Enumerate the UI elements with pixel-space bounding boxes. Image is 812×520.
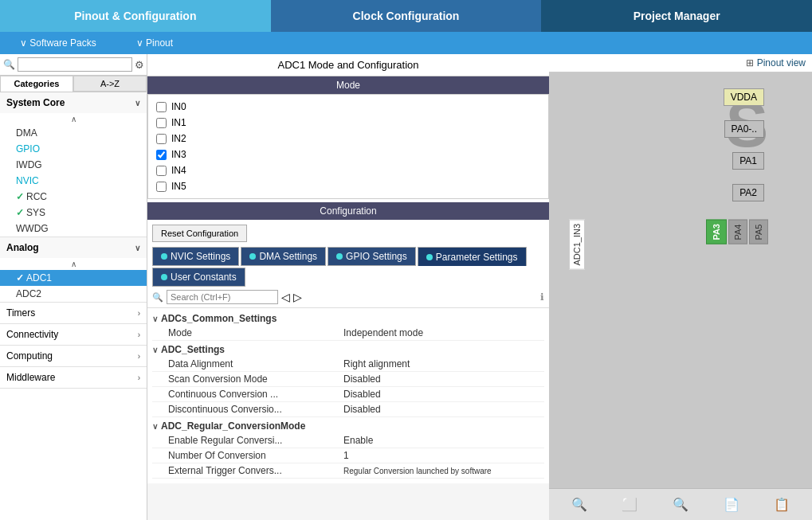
fit-button[interactable]: ⬜	[615, 494, 644, 515]
param-name-ext-trigger: External Trigger Convers...	[168, 465, 343, 476]
param-search-row: 🔍 ◁ ▷ ℹ	[147, 287, 549, 308]
section-connectivity-header[interactable]: Connectivity ›	[0, 324, 147, 345]
sidebar-item-wwdg[interactable]: WWDG	[0, 221, 147, 237]
info-icon[interactable]: ℹ	[540, 291, 544, 303]
param-name-data-alignment: Data Alignment	[168, 358, 343, 369]
reset-config-button[interactable]: Reset Configuration	[152, 225, 247, 242]
sidebar-item-rcc[interactable]: ✓ RCC	[0, 189, 147, 205]
sidebar-item-sys[interactable]: ✓ SYS	[0, 205, 147, 221]
section-analog-label: Analog	[6, 242, 39, 253]
mode-item-in2: IN2	[156, 131, 540, 147]
up-arrow-analog-icon: ∧	[71, 260, 76, 268]
section-computing-header[interactable]: Computing ›	[0, 346, 147, 366]
tab-clock-config[interactable]: Clock Configuration	[271, 0, 542, 32]
export-button[interactable]: 📄	[717, 494, 746, 515]
pin-pa4: PA4	[728, 220, 747, 244]
section-middleware-header[interactable]: Middleware ›	[0, 367, 147, 388]
checkbox-in5[interactable]	[156, 182, 167, 192]
sidebar-item-gpio[interactable]: GPIO	[0, 141, 147, 157]
dot-param	[426, 254, 433, 260]
sidebar-item-adc1[interactable]: ✓ ADC1	[0, 270, 147, 286]
label-in5: IN5	[171, 181, 186, 192]
analog-collapse[interactable]: ∧	[0, 258, 147, 270]
section-timers: Timers ›	[0, 303, 147, 324]
tab-dma-settings[interactable]: DMA Settings	[241, 247, 326, 266]
param-name-num-conversion: Number Of Conversion	[168, 450, 343, 461]
label-in2: IN2	[171, 133, 186, 144]
param-name-continuous: Continuous Conversion ...	[168, 389, 343, 400]
sidebar-item-nvic[interactable]: NVIC	[0, 173, 147, 189]
tab-project-manager[interactable]: Project Manager	[541, 0, 812, 32]
check-icon-rcc: ✓	[16, 191, 24, 202]
tab-categories[interactable]: Categories	[0, 76, 73, 92]
next-icon[interactable]: ▷	[293, 291, 302, 303]
param-group-adcs-header[interactable]: ∨ ADCs_Common_Settings	[152, 311, 544, 326]
section-analog-header[interactable]: Analog ∨	[0, 237, 147, 258]
arrow-timers-icon: ›	[138, 309, 140, 318]
checkbox-in2[interactable]	[156, 134, 167, 144]
tab-parameter-settings[interactable]: Parameter Settings	[418, 247, 527, 266]
param-name-discontinuous: Discontinuous Conversio...	[168, 404, 343, 415]
label-in3: IN3	[171, 149, 186, 160]
param-group-adc-label: ADC_Settings	[161, 344, 225, 355]
gear-icon[interactable]: ⚙	[135, 59, 144, 71]
tab-pinout-config[interactable]: Pinout & Configuration	[0, 0, 271, 32]
dot-user	[161, 274, 167, 280]
adc1-in3-label: ADC1_IN3	[569, 220, 585, 270]
param-search-input[interactable]	[167, 290, 278, 304]
second-row: ∨ Software Packs ∨ Pinout	[0, 32, 812, 54]
param-group-adc-header[interactable]: ∨ ADC_Settings	[152, 342, 544, 357]
search-input[interactable]	[18, 57, 132, 72]
pinout-link[interactable]: ∨ Pinout	[124, 37, 185, 49]
zoom-out-button[interactable]: 🔍	[666, 494, 695, 515]
pinout-view-bar: ⊞ Pinout view	[549, 54, 812, 72]
param-value-ext-trigger: Regular Conversion launched by software	[343, 467, 492, 475]
param-row-ext-trigger: External Trigger Convers... Regular Conv…	[152, 463, 544, 479]
sidebar-item-adc2[interactable]: ADC2	[0, 286, 147, 302]
param-value-data-alignment: Right alignment	[343, 358, 410, 369]
tab-nvic-settings[interactable]: NVIC Settings	[152, 247, 239, 266]
pinout-view-label[interactable]: Pinout view	[757, 57, 806, 68]
section-timers-header[interactable]: Timers ›	[0, 303, 147, 323]
chevron-analog-icon: ∨	[135, 244, 140, 252]
tab-param-label: Parameter Settings	[436, 252, 518, 263]
bottom-toolbar: 🔍 ⬜ 🔍 📄 📋	[549, 488, 812, 520]
checkbox-in1[interactable]	[156, 118, 167, 128]
mode-header: Mode	[147, 76, 549, 94]
software-packs-link[interactable]: ∨ Software Packs	[8, 37, 108, 49]
system-core-collapse[interactable]: ∧	[0, 113, 147, 125]
section-system-core-header[interactable]: System Core ∨	[0, 92, 147, 113]
zoom-in-button[interactable]: 🔍	[565, 494, 594, 515]
vertical-pins-row: PA3 PA4 PA5	[706, 220, 768, 244]
section-middleware: Middleware ›	[0, 367, 147, 389]
top-nav: Pinout & Configuration Clock Configurati…	[0, 0, 812, 32]
sidebar-item-iwdg[interactable]: IWDG	[0, 157, 147, 173]
tab-user-constants[interactable]: User Constants	[152, 268, 245, 287]
checkbox-in0[interactable]	[156, 102, 167, 112]
checkbox-in4[interactable]	[156, 166, 167, 176]
pin-pa2: PA2	[732, 184, 764, 201]
param-value-continuous: Disabled	[343, 389, 381, 400]
tab-az[interactable]: A->Z	[73, 76, 147, 92]
param-group-regular-label: ADC_Regular_ConversionMode	[161, 420, 305, 432]
param-name-mode: Mode	[168, 327, 343, 338]
sidebar-item-sys-label: SYS	[26, 207, 45, 218]
tab-user-label: User Constants	[171, 272, 237, 283]
section-timers-label: Timers	[6, 307, 35, 319]
section-system-core: System Core ∨ ∧ DMA GPIO IWDG NVIC ✓ RCC…	[0, 92, 147, 237]
param-group-adc-settings: ∨ ADC_Settings Data Alignment Right alig…	[152, 342, 544, 417]
checkbox-in3[interactable]	[156, 150, 167, 160]
center-panel-title: ADC1 Mode and Configuration	[147, 54, 549, 76]
copy-button[interactable]: 📋	[767, 494, 796, 515]
sidebar-item-dma[interactable]: DMA	[0, 125, 147, 141]
param-row-enable-regular: Enable Regular Conversi... Enable	[152, 433, 544, 448]
mode-content: IN0 IN1 IN2 IN3 IN4	[147, 94, 549, 199]
tab-gpio-settings[interactable]: GPIO Settings	[328, 247, 416, 266]
prev-icon[interactable]: ◁	[281, 291, 290, 303]
param-group-regular-header[interactable]: ∨ ADC_Regular_ConversionMode	[152, 419, 544, 433]
mode-item-in3: IN3	[156, 147, 540, 162]
param-row-data-alignment: Data Alignment Right alignment	[152, 357, 544, 372]
arrow-middleware-icon: ›	[138, 373, 140, 382]
param-row-discontinuous: Discontinuous Conversio... Disabled	[152, 402, 544, 417]
section-middleware-label: Middleware	[6, 372, 55, 383]
